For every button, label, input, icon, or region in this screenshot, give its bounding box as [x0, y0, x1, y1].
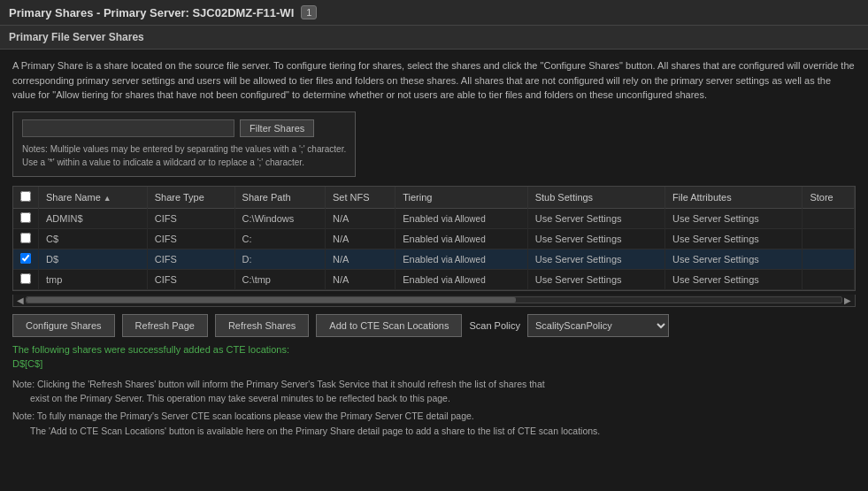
file-attributes-cell: Use Server Settings: [665, 228, 803, 249]
share-type-cell: CIFS: [147, 269, 234, 289]
share-path-cell: C:\tmp: [234, 269, 325, 289]
scan-policy-select[interactable]: ScalityScanPolicy: [527, 314, 669, 337]
share-type-cell: CIFS: [147, 249, 234, 269]
status-message: The following shares were successfully a…: [12, 342, 856, 372]
horizontal-scrollbar[interactable]: ◀ ▶: [12, 295, 856, 307]
share-name-cell: ADMIN$: [39, 208, 148, 228]
file-attributes-cell: Use Server Settings: [665, 249, 803, 269]
content-area: A Primary Share is a share located on th…: [0, 50, 868, 450]
share-name-cell: D$: [39, 249, 148, 269]
stub-settings-cell: Use Server Settings: [527, 208, 664, 228]
set-nfs-cell: N/A: [325, 249, 395, 269]
store-cell: [803, 249, 855, 269]
row-checkbox-cell: [13, 228, 39, 249]
col-share-name[interactable]: Share Name ▲: [39, 187, 148, 209]
tiering-cell: Enabled via Allowed: [396, 228, 527, 249]
filter-notes: Notes: Multiple values may be entered by…: [22, 142, 346, 169]
col-share-path: Share Path: [234, 187, 325, 209]
filter-input[interactable]: [22, 119, 234, 137]
configure-shares-button[interactable]: Configure Shares: [12, 314, 115, 337]
filter-button[interactable]: Filter Shares: [240, 119, 314, 137]
row-checkbox-cell: [13, 208, 39, 228]
table-header-row: Share Name ▲ Share Type Share Path Set N…: [13, 187, 855, 209]
stub-settings-cell: Use Server Settings: [527, 269, 664, 289]
description-text: A Primary Share is a share located on th…: [12, 58, 856, 103]
stub-settings-cell: Use Server Settings: [527, 249, 664, 269]
share-name-cell: C$: [39, 228, 148, 249]
title-badge: 1: [301, 5, 317, 19]
scrollbar-track[interactable]: [26, 296, 842, 303]
col-share-type: Share Type: [147, 187, 234, 209]
col-file-attributes: File Attributes: [665, 187, 803, 209]
tiering-cell: Enabled via Allowed: [396, 249, 527, 269]
row-checkbox[interactable]: [20, 273, 31, 284]
title-bar: Primary Shares - Primary Server: SJC02DM…: [0, 0, 868, 26]
shares-table: Share Name ▲ Share Type Share Path Set N…: [13, 187, 855, 290]
share-name-cell: tmp: [39, 269, 148, 289]
row-checkbox[interactable]: [20, 212, 31, 223]
shares-tbody: ADMIN$CIFSC:\WindowsN/AEnabled via Allow…: [13, 208, 855, 289]
filter-row: Filter Shares: [22, 119, 346, 137]
table-row: tmpCIFSC:\tmpN/AEnabled via AllowedUse S…: [13, 269, 855, 289]
set-nfs-cell: N/A: [325, 228, 395, 249]
row-checkbox[interactable]: [20, 253, 31, 264]
page-title: Primary Shares - Primary Server: SJC02DM…: [9, 6, 294, 19]
col-tiering: Tiering: [396, 187, 527, 209]
table-row: D$CIFSD:N/AEnabled via AllowedUse Server…: [13, 249, 855, 269]
refresh-shares-button[interactable]: Refresh Shares: [215, 314, 309, 337]
row-checkbox-cell: [13, 249, 39, 269]
scan-policy-label: Scan Policy: [469, 320, 519, 331]
stub-settings-cell: Use Server Settings: [527, 228, 664, 249]
row-checkbox-cell: [13, 269, 39, 289]
col-set-nfs: Set NFS: [325, 187, 395, 209]
store-cell: [803, 269, 855, 289]
share-path-cell: C:\Windows: [234, 208, 325, 228]
select-all-checkbox[interactable]: [20, 191, 31, 202]
set-nfs-cell: N/A: [325, 269, 395, 289]
action-bar: Configure Shares Refresh Page Refresh Sh…: [12, 314, 856, 337]
col-store: Store: [803, 187, 855, 209]
set-nfs-cell: N/A: [325, 208, 395, 228]
tiering-cell: Enabled via Allowed: [396, 269, 527, 289]
tiering-cell: Enabled via Allowed: [396, 208, 527, 228]
col-stub-settings: Stub Settings: [527, 187, 664, 209]
shares-table-wrapper: Share Name ▲ Share Type Share Path Set N…: [12, 186, 856, 291]
file-attributes-cell: Use Server Settings: [665, 208, 803, 228]
scroll-right-arrow[interactable]: ▶: [842, 295, 853, 305]
scroll-left-arrow[interactable]: ◀: [15, 295, 26, 305]
scrollbar-thumb[interactable]: [27, 297, 516, 303]
table-row: ADMIN$CIFSC:\WindowsN/AEnabled via Allow…: [13, 208, 855, 228]
refresh-page-button[interactable]: Refresh Page: [122, 314, 208, 337]
notes-section: Note: Clicking the 'Refresh Shares' butt…: [12, 377, 856, 439]
store-cell: [803, 228, 855, 249]
row-checkbox[interactable]: [20, 233, 31, 243]
share-path-cell: C:: [234, 228, 325, 249]
share-type-cell: CIFS: [147, 208, 234, 228]
add-to-cte-button[interactable]: Add to CTE Scan Locations: [316, 314, 462, 337]
note1: Note: Clicking the 'Refresh Shares' butt…: [12, 377, 856, 407]
file-attributes-cell: Use Server Settings: [665, 269, 803, 289]
section-header: Primary File Server Shares: [0, 26, 868, 50]
share-path-cell: D:: [234, 249, 325, 269]
share-type-cell: CIFS: [147, 228, 234, 249]
filter-area: Filter Shares Notes: Multiple values may…: [12, 111, 356, 177]
col-checkbox: [13, 187, 39, 209]
note2: Note: To fully manage the Primary's Serv…: [12, 409, 856, 439]
table-row: C$CIFSC:N/AEnabled via AllowedUse Server…: [13, 228, 855, 249]
store-cell: [803, 208, 855, 228]
